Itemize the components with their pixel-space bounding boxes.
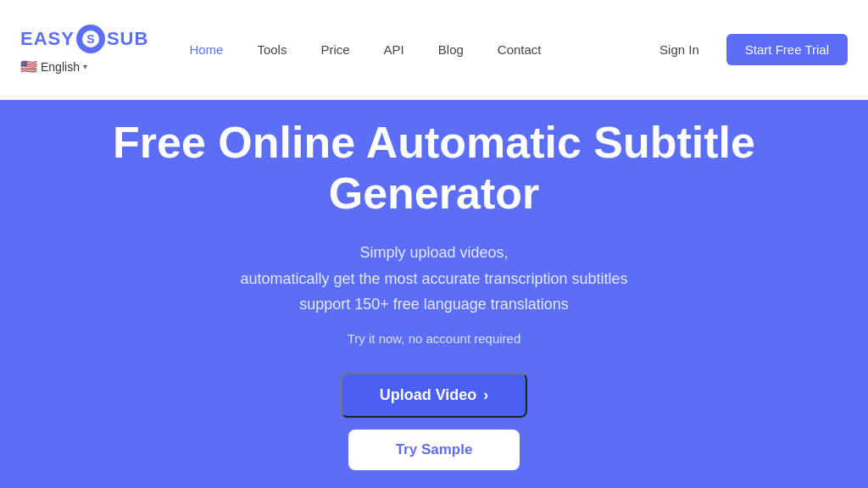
navbar: EASY S SUB 🇺🇸 English ▾ Home Tools Price… [0,0,868,100]
hero-title: Free Online Automatic Subtitle Generator [19,118,849,219]
logo-s-letter: S [86,32,94,46]
nav-links: Home Tools Price API Blog Contact [175,36,646,64]
nav-right: Sign In Start Free Trial [646,34,848,65]
upload-arrow-icon: › [483,386,488,404]
nav-contact[interactable]: Contact [484,36,555,64]
hero-subtitle-line3: support 150+ free language translations [240,291,627,318]
logo-area: EASY S SUB 🇺🇸 English ▾ [20,25,148,75]
nav-tools[interactable]: Tools [243,36,300,64]
nav-home[interactable]: Home [175,36,236,64]
logo-icon: S [76,25,105,53]
language-selector[interactable]: 🇺🇸 English ▾ [20,58,148,75]
hero-subtitle: Simply upload videos, automatically get … [240,240,627,318]
hero-subtitle-line1: Simply upload videos, [240,240,627,266]
upload-video-button[interactable]: Upload Video › [341,373,528,418]
try-sample-button[interactable]: Try Sample [348,430,520,470]
hero-subtitle-line2: automatically get the most accurate tran… [240,266,627,292]
hero-section: Free Online Automatic Subtitle Generator… [0,100,868,488]
start-trial-button[interactable]: Start Free Trial [726,34,848,65]
language-label: English [41,60,80,74]
upload-video-label: Upload Video [380,386,477,404]
nav-blog[interactable]: Blog [425,36,477,64]
flag-icon: 🇺🇸 [20,58,37,75]
chevron-down-icon: ▾ [83,62,87,71]
logo-icon-inner: S [82,30,99,47]
hero-note: Try it now, no account required [348,331,521,346]
logo[interactable]: EASY S SUB [20,25,148,53]
logo-easy-text: EASY [20,28,75,50]
logo-sub-text: SUB [107,28,148,50]
nav-api[interactable]: API [370,36,418,64]
nav-price[interactable]: Price [307,36,363,64]
sign-in-link[interactable]: Sign In [646,36,713,64]
